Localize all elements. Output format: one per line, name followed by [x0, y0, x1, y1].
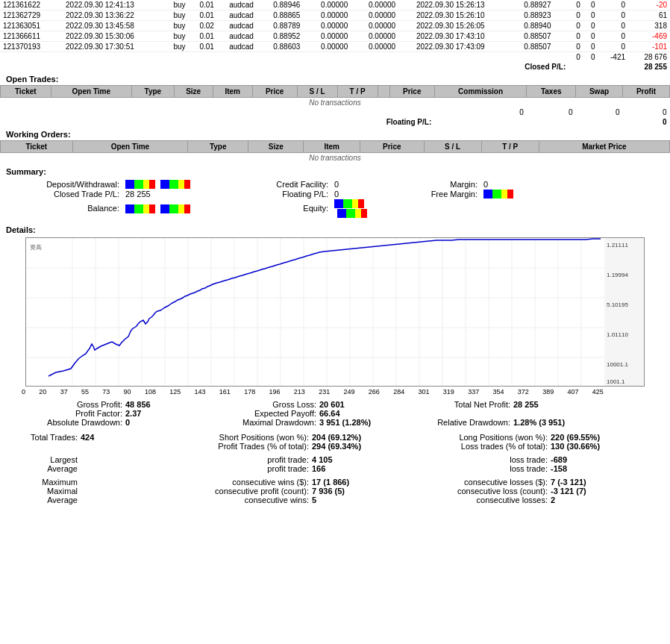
- credit-value: 0: [334, 179, 394, 189]
- close-price: 0.88507: [521, 42, 569, 52]
- wo-col-open-time: Open Time: [72, 141, 188, 153]
- col-swap: Swap: [576, 86, 623, 98]
- table-row: 121370193 2022.09.30 17:30:51 buy 0.01 a…: [0, 42, 670, 52]
- chart-svg: 1.21111 1.19994 5.10195 1.01110 10001.1 …: [26, 238, 644, 386]
- type: buy: [170, 31, 196, 42]
- largest-label: Largest: [6, 455, 81, 464]
- open-total-c2: 0: [527, 107, 576, 117]
- gross-loss-value: 20 601: [319, 400, 394, 409]
- loss-trades-value: 130 (30.66%): [551, 442, 664, 451]
- close-price: 0.88927: [521, 0, 569, 10]
- open-trades-label: Open Trades:: [0, 72, 670, 85]
- lower-stats-row-1: Total Trades: 424 Short Positions (won %…: [6, 433, 664, 442]
- col-blank: [378, 86, 389, 98]
- open-total-c1: 0: [434, 107, 527, 117]
- open-time: 2022.09.30 12:41:13: [63, 0, 170, 10]
- summary-section: Summary: Deposit/Withdrawal: Credit Faci…: [0, 163, 670, 222]
- avg-cons-losses-value: 2: [551, 495, 664, 504]
- y-label-3: 5.10195: [607, 301, 628, 308]
- avg-loss-trade-value: -158: [551, 464, 664, 473]
- wo-col-type: Type: [188, 141, 248, 153]
- loss-trade-value: -689: [551, 455, 664, 464]
- type: buy: [170, 42, 196, 52]
- long-positions-label: Long Positions (won %):: [401, 433, 551, 442]
- col-taxes: Taxes: [527, 86, 576, 98]
- avg-cons-losses-label: consecutive losses:: [401, 495, 551, 504]
- taxes: 0: [583, 42, 598, 52]
- close-time: 2022.09.30 17:43:10: [413, 31, 521, 42]
- working-orders-header: Ticket Open Time Type Size Item Price S …: [1, 141, 670, 153]
- avg-profit-trade-label: profit trade:: [140, 464, 312, 473]
- free-margin-label: Free Margin:: [394, 189, 483, 198]
- wo-col-item: Item: [304, 141, 360, 153]
- tp: 0.00000: [366, 0, 413, 10]
- cons-profit-value: 7 936 (5): [312, 487, 401, 495]
- total-trades-label: Total Trades:: [6, 433, 81, 442]
- wo-col-ticket: Ticket: [1, 141, 73, 153]
- profit-trades-value: 294 (69.34%): [312, 442, 401, 451]
- closed-pl-label: Closed P/L:: [0, 62, 569, 72]
- summary-row-1: Deposit/Withdrawal: Credit Facility: 0 M…: [6, 179, 664, 189]
- total-taxes: 0: [583, 52, 598, 63]
- floating-pl-value: 0: [434, 117, 669, 127]
- commission: 0: [569, 0, 583, 10]
- close-time: 2022.09.30 15:26:10: [413, 10, 521, 21]
- avg-cons-wins-label: consecutive wins:: [140, 495, 312, 504]
- item: audcad: [226, 10, 270, 21]
- profit-trades-label: Profit Trades (% of total):: [140, 442, 312, 451]
- credit-label: Credit Facility:: [215, 179, 334, 189]
- close-price: 0.88923: [521, 10, 569, 21]
- equity-line: [48, 239, 601, 376]
- col-open-time: Open Time: [51, 86, 131, 98]
- equity-color: [334, 199, 364, 208]
- deposit-value: [125, 179, 215, 189]
- sl: 0.00000: [318, 31, 366, 42]
- commission: 0: [569, 42, 583, 52]
- ticket: 121366611: [0, 31, 63, 42]
- y-label-top: 1.21111: [607, 242, 628, 248]
- short-positions-value: 204 (69.12%): [312, 433, 401, 442]
- wo-col-price: Price: [360, 141, 425, 153]
- gross-profit-label: Gross Profit:: [6, 400, 125, 409]
- swap: 0: [598, 31, 628, 42]
- close-price: 0.88507: [521, 31, 569, 42]
- open-total-c3: 0: [576, 107, 623, 117]
- taxes: 0: [583, 31, 598, 42]
- closed-pl-row: Closed P/L: 28 255: [0, 62, 670, 72]
- chart-wrapper: 1.21111 1.19994 5.10195 1.01110 10001.1 …: [22, 237, 648, 397]
- col-tp: T / P: [337, 86, 378, 98]
- gross-loss-label: Gross Loss:: [200, 400, 319, 409]
- table-row: 121366611 2022.09.30 15:30:06 buy 0.01 a…: [0, 31, 670, 42]
- summary-title: Summary:: [6, 167, 664, 176]
- wo-col-sl: S / L: [424, 141, 481, 153]
- closed-totals-row: 0 0 -421 28 676: [0, 52, 670, 63]
- sl: 0.00000: [318, 21, 366, 31]
- maximal-drawdown-value: 3 951 (1.28%): [319, 418, 394, 427]
- floating-pl-label: Floating P/L:: [1, 117, 435, 127]
- type: buy: [170, 0, 196, 10]
- equity-color2: [337, 209, 367, 218]
- equity-label: Equity:: [215, 198, 334, 218]
- close-time: 2022.09.30 15:26:13: [413, 0, 521, 10]
- sl: 0.00000: [318, 10, 366, 21]
- swap: 0: [598, 42, 628, 52]
- item: audcad: [226, 42, 270, 52]
- taxes: 0: [583, 10, 598, 21]
- summary-row-2: Closed Trade P/L: 28 255 Floating P/L: 0…: [6, 189, 664, 198]
- price: 0.88603: [270, 42, 318, 52]
- lower-stats-table: Total Trades: 424 Short Positions (won %…: [6, 433, 664, 504]
- profit-factor-label: Profit Factor:: [6, 409, 125, 418]
- cons-losses-value: 7 (-3 121): [551, 478, 664, 487]
- col-profit: Profit: [623, 86, 670, 98]
- commission: 0: [569, 21, 583, 31]
- cons-wins-value: 17 (1 866): [312, 478, 401, 487]
- maximum-label: Maximum: [6, 478, 81, 487]
- wo-col-market-price: Market Price: [539, 141, 669, 153]
- chart-x-labels: 0 20 37 55 73 90 108 125 143 161 178 196…: [22, 387, 604, 397]
- closed-trades-table: 121361622 2022.09.30 12:41:13 buy 0.01 a…: [0, 0, 670, 72]
- open-total-c4: 0: [623, 107, 670, 117]
- col-size: Size: [174, 86, 213, 98]
- profit-factor-value: 2.37: [125, 409, 200, 418]
- tp: 0.00000: [366, 10, 413, 21]
- expected-payoff-label: Expected Payoff:: [200, 409, 319, 418]
